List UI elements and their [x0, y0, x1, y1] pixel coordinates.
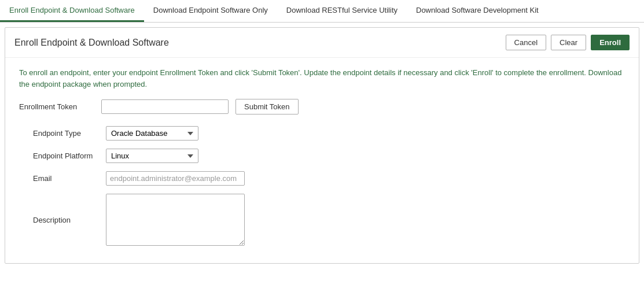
endpoint-platform-label: Endpoint Platform [19, 152, 106, 160]
page-header: Enroll Endpoint & Download Software Canc… [5, 28, 639, 58]
tab-enroll[interactable]: Enroll Endpoint & Download Software [0, 0, 144, 22]
description-textarea[interactable] [106, 194, 245, 246]
tab-download-endpoint[interactable]: Download Endpoint Software Only [144, 0, 277, 22]
endpoint-type-row: Endpoint Type Oracle Database SQL Server… [19, 126, 625, 141]
enrollment-token-input[interactable] [101, 99, 229, 114]
page-title: Enroll Endpoint & Download Software [14, 38, 169, 48]
endpoint-platform-select[interactable]: Linux Windows macOS [106, 149, 198, 163]
tab-download-sdk[interactable]: Download Software Development Kit [407, 0, 548, 22]
endpoint-type-select[interactable]: Oracle Database SQL Server MySQL [106, 126, 198, 141]
enroll-button[interactable]: Enroll [591, 35, 630, 50]
cancel-button[interactable]: Cancel [506, 35, 546, 50]
description-label: Description [19, 216, 106, 224]
form-body: To enroll an endpoint, enter your endpoi… [5, 58, 639, 263]
email-input[interactable] [106, 171, 245, 186]
endpoint-type-label: Endpoint Type [19, 129, 106, 138]
enrollment-token-label: Enrollment Token [19, 102, 94, 111]
enrollment-token-row: Enrollment Token Submit Token [19, 99, 625, 114]
submit-token-button[interactable]: Submit Token [235, 99, 299, 114]
form-section: Endpoint Type Oracle Database SQL Server… [19, 126, 625, 246]
endpoint-platform-row: Endpoint Platform Linux Windows macOS [19, 149, 625, 163]
tab-download-restful[interactable]: Download RESTful Service Utility [277, 0, 407, 22]
email-row: Email [19, 171, 625, 186]
page-content: Enroll Endpoint & Download Software Canc… [5, 27, 639, 264]
instruction-text: To enroll an endpoint, enter your endpoi… [19, 67, 625, 90]
tab-bar: Enroll Endpoint & Download Software Down… [0, 0, 644, 23]
header-buttons: Cancel Clear Enroll [506, 35, 630, 50]
clear-button[interactable]: Clear [551, 35, 586, 50]
email-label: Email [19, 174, 106, 183]
description-row: Description [19, 194, 625, 246]
